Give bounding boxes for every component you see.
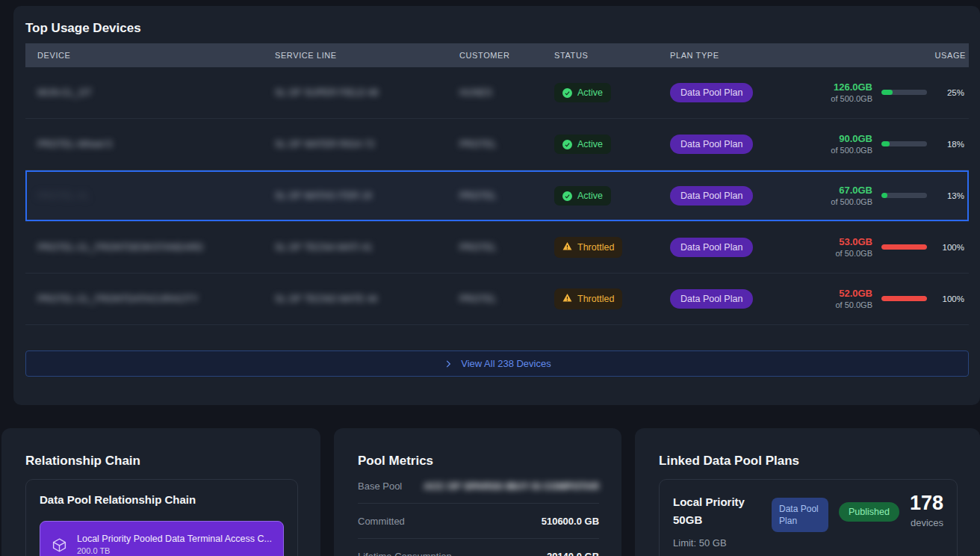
col-header-usage: USAGE [792, 51, 966, 60]
card-title: Linked Data Pool Plans [659, 454, 958, 469]
service-line: SL OF TECNO MATE 44 [275, 294, 459, 304]
table-row[interactable]: PROTEL-CL_FRONTDESKSTANDARD SL OF TECNA … [25, 222, 969, 274]
device-name: PROTEL-CL_FRONTDATACURACITY [37, 294, 275, 304]
chain-node-capacity: 200.0 TB [77, 546, 272, 556]
chain-node-local-priority[interactable]: Local Priority Pooled Data Terminal Acce… [40, 521, 284, 556]
col-header-plan-type: PLAN TYPE [670, 51, 792, 60]
device-name: PROTEL-CL_FRONTDESKSTANDARD [37, 242, 275, 253]
check-circle-icon [562, 191, 572, 201]
device-name: MUN-CL_GT [37, 87, 275, 98]
usage-quota: of 500.0GB [831, 93, 872, 105]
bottom-cards-row: Relationship Chain Data Pool Relationshi… [0, 428, 980, 556]
customer: PROTEL [459, 139, 554, 149]
usage-quota: of 500.0GB [831, 197, 872, 208]
relationship-chain-card: Relationship Chain Data Pool Relationshi… [1, 428, 320, 556]
usage-value: 67.0GB [831, 184, 872, 197]
plan-type-badge: Data Pool Plan [772, 498, 828, 532]
usage-percent: 100% [936, 243, 964, 252]
chevron-right-icon [443, 359, 453, 369]
warning-triangle-icon [562, 293, 572, 305]
view-all-devices-button[interactable]: View All 238 Devices [25, 350, 969, 377]
card-title: Relationship Chain [25, 454, 298, 469]
metric-value: 29140.0 GB [547, 551, 599, 556]
table-row[interactable]: PROTEL-Wheel 5 SL OF WATER RIGA 72 PROTE… [25, 119, 969, 170]
plan-type-badge: Data Pool Plan [670, 289, 753, 309]
device-count: 178 [910, 493, 943, 513]
plan-type-badge: Data Pool Plan [670, 238, 753, 257]
table-row[interactable]: PROTEL-CL_FRONTDATACURACITY SL OF TECNO … [25, 274, 969, 325]
plan-limit: Limit: 50 GB [673, 537, 943, 549]
status-badge: Active [554, 186, 611, 206]
col-header-device: DEVICE [37, 51, 275, 60]
usage-percent: 25% [936, 88, 964, 97]
usage-quota: of 500.0GB [831, 145, 872, 156]
col-header-customer: CUSTOMER [459, 51, 554, 60]
pool-metrics-card: Pool Metrics Base Pool ACC OF SPARSS IBU… [334, 428, 621, 556]
customer: PROTEL [459, 242, 554, 253]
customer: PROTEL [459, 191, 554, 201]
status-label: Throttled [577, 294, 614, 304]
metric-label: Base Pool [358, 481, 402, 492]
card-title: Pool Metrics [358, 454, 599, 469]
device-name: PROTEL-XL [37, 191, 275, 201]
metric-row-committed: Committed 510600.0 GB [358, 504, 599, 539]
warning-triangle-icon [562, 241, 572, 253]
plan-type-badge: Data Pool Plan [670, 135, 753, 154]
metric-row-lifetime-consumption: Lifetime Consumption 29140.0 GB [358, 539, 599, 556]
usage-progress-bar [881, 90, 927, 95]
relationship-chain-inner-title: Data Pool Relationship Chain [40, 493, 284, 506]
col-header-status: STATUS [554, 51, 670, 60]
check-circle-icon [562, 88, 572, 98]
plan-name: Local Priority 50GB [673, 493, 761, 529]
status-badge: Throttled [554, 237, 622, 258]
metric-value: 510600.0 GB [542, 516, 599, 527]
usage-cell: 53.0GB of 50.0GB 100% [792, 235, 966, 259]
usage-progress-bar [881, 296, 927, 301]
linked-plan-item[interactable]: Local Priority 50GB Data Pool Plan Publi… [659, 479, 958, 556]
table-row-selected[interactable]: PROTEL-XL SL OF MATAS ITER 19 PROTEL Act… [25, 170, 969, 222]
service-line: SL OF MATAS ITER 19 [275, 191, 459, 201]
metric-label: Lifetime Consumption [358, 551, 452, 556]
customer: PROTEL [459, 294, 554, 304]
status-label: Active [577, 87, 603, 98]
table-header: DEVICE SERVICE LINE CUSTOMER STATUS PLAN… [25, 43, 969, 67]
usage-cell: 90.0GB of 500.0GB 18% [792, 132, 966, 156]
usage-percent: 100% [936, 294, 964, 303]
device-count-label: devices [910, 517, 943, 528]
relationship-chain-box: Data Pool Relationship Chain Local Prior… [25, 479, 298, 556]
usage-cell: 67.0GB of 500.0GB 13% [792, 184, 966, 208]
service-line: SL OF TECNA MATI 41 [275, 242, 459, 253]
panel-title: Top Usage Devices [25, 21, 969, 36]
metric-label: Committed [358, 516, 405, 527]
check-circle-icon [562, 140, 572, 149]
usage-quota: of 50.0GB [835, 300, 872, 311]
usage-percent: 13% [936, 191, 964, 200]
status-label: Active [577, 139, 603, 149]
top-usage-devices-panel: Top Usage Devices DEVICE SERVICE LINE CU… [13, 6, 980, 405]
customer: HUNES [459, 87, 554, 98]
usage-cell: 126.0GB of 500.0GB 25% [792, 81, 966, 105]
usage-value: 53.0GB [835, 235, 872, 249]
usage-percent: 18% [936, 140, 964, 149]
usage-progress-bar [881, 193, 927, 198]
status-badge: Active [554, 135, 611, 154]
table-row[interactable]: MUN-CL_GT SL OF SUPER FIELD 48 HUNES Act… [25, 67, 969, 119]
cube-icon [52, 537, 67, 553]
linked-data-pool-plans-card: Linked Data Pool Plans Local Priority 50… [635, 428, 980, 556]
service-line: SL OF WATER RIGA 72 [275, 139, 459, 149]
usage-cell: 52.0GB of 50.0GB 100% [792, 287, 966, 311]
view-all-label: View All 238 Devices [461, 358, 551, 369]
metric-value: ACC OF SPARSS IBUY IS COMPOTAR [424, 481, 599, 492]
usage-progress-bar [881, 141, 927, 146]
plan-type-badge: Data Pool Plan [670, 83, 753, 102]
service-line: SL OF SUPER FIELD 48 [275, 87, 459, 98]
usage-value: 90.0GB [831, 132, 872, 146]
published-badge: Published [839, 502, 899, 522]
usage-quota: of 50.0GB [835, 248, 872, 259]
status-label: Throttled [577, 242, 614, 253]
device-name: PROTEL-Wheel 5 [37, 139, 275, 149]
usage-value: 52.0GB [835, 287, 872, 300]
status-badge: Throttled [554, 288, 622, 309]
usage-value: 126.0GB [831, 81, 872, 94]
metric-row-base-pool: Base Pool ACC OF SPARSS IBUY IS COMPOTAR [358, 469, 599, 504]
